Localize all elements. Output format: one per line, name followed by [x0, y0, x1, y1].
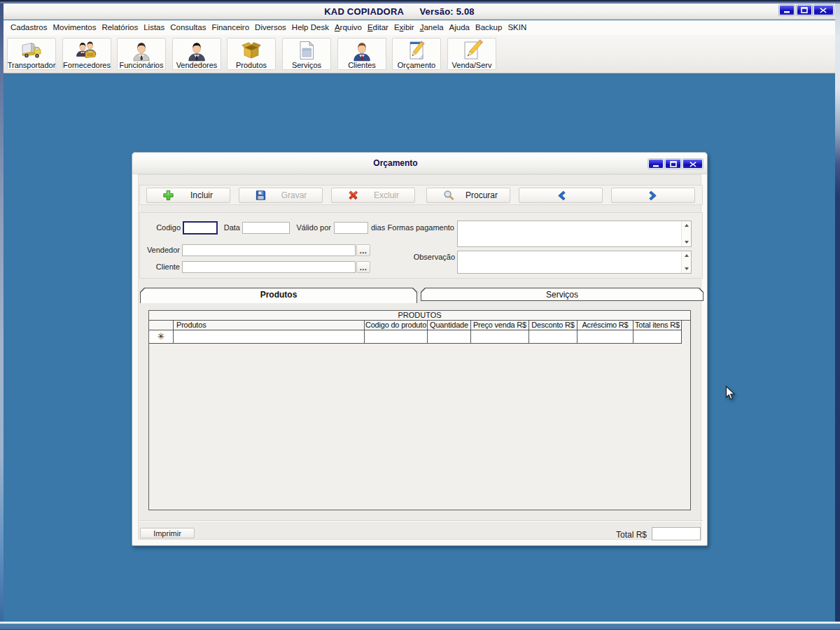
toolbar-button-clientes[interactable]: Clientes [337, 38, 386, 70]
orcamento-titlebar[interactable]: Orçamento [132, 153, 707, 174]
incluir-button[interactable]: Incluir [146, 188, 230, 203]
menu-item-relat-rios[interactable]: Relatórios [99, 20, 141, 35]
procurar-button[interactable]: Procurar [426, 188, 510, 203]
grid-column-header[interactable]: Total itens R$ [634, 321, 682, 330]
toolbar-button-funcion-rios[interactable]: Funcionários [117, 38, 166, 70]
new-record-marker: ✳ [149, 330, 173, 343]
menu-item-financeiro[interactable]: Financeiro [209, 20, 252, 35]
toolbar-button-servi-os[interactable]: Serviços [282, 38, 331, 70]
grid-row-selector-cell[interactable]: ✳ [149, 330, 174, 343]
produtos-grid[interactable]: PRODUTOS ProdutosCodigo do produtoQuanti… [148, 310, 691, 510]
next-button[interactable] [611, 188, 695, 203]
menu-item-janela[interactable]: Janela [417, 20, 447, 35]
toolbar-button-label: Orçamento [398, 62, 435, 69]
mdi-client-area: Orçamento Incluir Gravar [4, 75, 835, 622]
observacao-scrollbar[interactable] [681, 251, 691, 273]
dialog-button-label: Excluir [363, 190, 410, 200]
orcamento-restore-button[interactable] [665, 159, 681, 169]
menu-item-skin[interactable]: SKIN [505, 20, 529, 35]
toolbar-button-fornecedores[interactable]: Fornecedores [62, 38, 111, 70]
mouse-cursor [725, 386, 736, 401]
grid-column-header[interactable]: Codigo do produto [365, 321, 428, 330]
scroll-up-icon [685, 224, 689, 227]
close-button[interactable] [813, 5, 834, 15]
menu-item-cadastros[interactable]: Cadastros [8, 20, 50, 35]
main-window-title: KAD COPIADORA Versão: 5.08 [4, 4, 795, 20]
menu-item-editar[interactable]: Editar [365, 20, 391, 35]
orcamento-minimize-button[interactable] [648, 159, 664, 169]
toolbar-button-produtos[interactable]: Produtos [227, 38, 276, 70]
vendedor-browse-button[interactable]: ... [356, 244, 370, 256]
imprimir-button[interactable]: Imprimir [140, 528, 195, 538]
tab-produtos[interactable]: Produtos [140, 288, 417, 303]
main-titlebar[interactable]: KAD COPIADORA Versão: 5.08 [4, 4, 835, 20]
formas-scrollbar[interactable] [681, 221, 691, 246]
grid-cell[interactable] [365, 330, 428, 343]
menu-item-listas[interactable]: Listas [141, 20, 167, 35]
menu-item-help-desk[interactable]: Help Desk [289, 20, 332, 35]
delete-icon [347, 190, 359, 202]
grid-cell[interactable] [428, 330, 471, 343]
orcamento-title: Orçamento [132, 153, 659, 174]
grid-cell[interactable] [578, 330, 634, 343]
menu-item-movimentos[interactable]: Movimentos [50, 20, 99, 35]
menu-bar: CadastrosMovimentosRelatóriosListasConsu… [4, 20, 835, 35]
dialog-button-label: Gravar [270, 190, 318, 200]
excluir-button[interactable]: Excluir [331, 188, 415, 203]
grid-selector-header[interactable] [149, 321, 174, 330]
toolbar-button-label: Clientes [348, 62, 376, 69]
formas-pagamento-textarea[interactable] [457, 220, 692, 247]
menu-item-arquivo[interactable]: Arquivo [332, 20, 365, 35]
maximize-button[interactable] [797, 5, 812, 15]
toolbar-button-vendedores[interactable]: Vendedores [172, 38, 221, 70]
toolbar-button-label: Funcionários [120, 62, 164, 69]
previous-button[interactable] [519, 188, 603, 203]
scroll-down-icon [685, 267, 689, 270]
cliente-browse-button[interactable]: ... [356, 261, 370, 273]
gravar-button[interactable]: Gravar [239, 188, 323, 203]
grid-cell[interactable] [174, 330, 365, 343]
toolbar-button-transportador[interactable]: Transportador [7, 38, 56, 70]
menu-item-diversos[interactable]: Diversos [252, 20, 289, 35]
cliente-input[interactable] [182, 261, 356, 273]
grid-cell[interactable] [529, 330, 578, 343]
next-icon [648, 190, 659, 202]
salesman-icon [186, 39, 208, 62]
toolbar-button-label: Transportador [8, 62, 56, 69]
tab-label: Serviços [421, 290, 704, 300]
grid-cell[interactable] [634, 330, 682, 343]
toolbar-button-label: Produtos [236, 62, 267, 69]
minimize-button[interactable] [779, 5, 794, 15]
menu-item-exibir[interactable]: Exibir [391, 20, 417, 35]
menu-item-ajuda[interactable]: Ajuda [447, 20, 472, 35]
observacao-textarea[interactable] [457, 251, 692, 274]
toolbar-button-venda-serv[interactable]: Venda/Serv [447, 38, 496, 70]
orcamento-window: Orçamento Incluir Gravar [132, 152, 708, 546]
grid-column-header[interactable]: Preço venda R$ [471, 321, 529, 330]
grid-column-header[interactable]: Desconto R$ [529, 321, 578, 330]
total-input[interactable] [652, 527, 701, 540]
tab-label: Produtos [140, 290, 417, 300]
orcamento-close-button[interactable] [682, 159, 703, 169]
vendedor-input[interactable] [182, 244, 356, 256]
toolbar-button-label: Venda/Serv [452, 62, 492, 69]
grid-column-header[interactable]: Produtos [174, 321, 365, 330]
toolbar-button-or-amento[interactable]: Orçamento [392, 38, 441, 70]
menu-item-consultas[interactable]: Consultas [167, 20, 209, 35]
main-toolbar: Transportador Fornecedores Funcionários … [4, 35, 835, 74]
grid-cell[interactable] [471, 330, 529, 343]
orcamento-content: Incluir Gravar Excluir Procurar [138, 174, 701, 540]
add-icon [162, 190, 174, 202]
codigo-label: Codigo [140, 222, 181, 234]
grid-column-header[interactable]: Quantidade [428, 321, 471, 330]
dialog-button-label: Procurar [458, 190, 505, 200]
menu-item-backup[interactable]: Backup [472, 20, 505, 35]
grid-new-row[interactable]: ✳ [149, 330, 682, 344]
grid-header-row: ProdutosCodigo do produtoQuantidadePreço… [149, 321, 682, 330]
grid-column-header[interactable]: Acréscimo R$ [578, 321, 634, 330]
tab-servi-os[interactable]: Serviços [421, 288, 704, 301]
sale-icon [461, 39, 483, 62]
employee-icon [130, 39, 153, 62]
scroll-down-icon [685, 241, 689, 244]
valido-por-label: Válido por [280, 222, 331, 234]
